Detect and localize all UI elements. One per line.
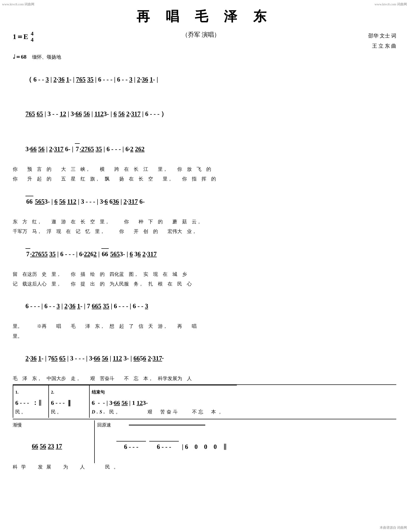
final-separator [13,419,396,419]
ending-2-bracket: 2. 6 - - - ‖ 民。 [48,385,89,418]
subtitle-row: 1＝E 4 4 （乔军 演唱） 邵华 文士 词 王 立 东 曲 [13,31,396,51]
intro-line2: 765 65 | 3 - - 12 | 3·66 56 | 1123- | 6 … [13,98,396,131]
song-title: 再 唱 毛 泽 东 [13,8,396,25]
ending-1-notes: 6 - - - ：‖ [15,398,45,408]
final-notes-2: 6 - - - 6 - - - | 6 0 0 0 ‖ [97,430,396,463]
ds-notes: 6 - - | 3·66 56 | 1 123- [92,398,234,408]
notes-line-intro1: （ 6 - - 3 | 2·36 1- | 765 35 | 6 - - - |… [13,63,396,96]
ending-1-label: 1. [15,390,19,395]
key-label: 1＝E [13,32,28,42]
section-b-line1: 6 - - - | 6 - - 3 | 2·36 1- | 7 665 35 |… [13,290,396,340]
section-a-line3: 7·27655 35 | 6 - - - | 6·2262 | 66 5653-… [13,238,396,288]
lyrics-b1-row2: 里。 [13,332,396,340]
jiaman-label: 渐慢 [13,420,94,430]
ending-1-lyrics: 民。 [15,408,45,416]
section-b-line2: 2·36 1- | 765 65 | 3 - - - | 3·66 56 | 1… [13,342,396,382]
watermark-top-left: www.ktvc8.com 词曲网 [2,2,34,7]
lyrics-a3-row2: 记 载这后人心 里， 你 提 出 的 为人民服 务， 扎 根 在 民 心 [13,280,396,288]
ending-2-label: 2. [51,390,54,395]
notes-b2: 2·36 1- | 765 65 | 3 - - - | 3·66 56 | 1… [13,342,396,375]
lyrics-a1-row1: 你 预 言 的 大 三 峡， 横 跨 在 长 江 里， 你 放 飞 的 [13,165,396,173]
endings-row: 1. 6 - - - ：‖ 民。 2. 6 - - - ‖ 民。 结束句 6 -… [13,385,396,418]
page: www.ktvc8.com 词曲网 www.ktvc8.com 词曲网 再 唱 … [0,0,409,481]
performer-label: （乔军 演唱） [34,31,368,39]
ds-label: 结束句 [92,390,105,395]
lyrics-a2-row2: 千军万 马， 浮 现 在 记 忆 里， 你 开 创 的 宏伟大 业， [13,228,396,235]
notes-a2: 66 5653- | 6 56 112 | 3 - - - | 3·6 636 … [13,185,396,218]
lyrics-a1-row2: 你 升 起 的 五 星 红 旗， 飘 扬 在 长 空 里， 你 指 挥 的 [13,175,396,183]
ending-2-lyrics: 民。 [51,408,86,416]
lyrics-a2-row1: 东 方 红， 遨 游 在 长 空 里， 你 种 下 的 蘑 菇 云， [13,218,396,226]
ending-2-notes: 6 - - - ‖ [51,398,86,408]
ds-lyrics: D.S. 民。 艰 苦奋斗 不忘 本， [92,408,234,416]
lyrics-a3-row1: 留 在这历 史 里， 你 描 绘 的 四化蓝 图， 实 现 在 城 乡 [13,270,396,278]
huiyuansu-label: 回原速 [97,420,111,430]
lyrics-b2-row1: 毛 泽 东， 中国大步 走， 艰 苦奋斗 不 忘 本， 科学发展为 人 [13,375,396,382]
ds-section: 结束句 6 - - | 3·66 56 | 1 123- D.S. 民。 艰 苦… [89,385,237,418]
intro-line1: （ 6 - - 3 | 2·36 1- | 765 35 | 6 - - - |… [13,63,396,96]
section-a-line2: 66 5653- | 6 56 112 | 3 - - - | 3·6 636 … [13,185,396,235]
music-content: （ 6 - - 3 | 2·36 1- | 765 35 | 6 - - - |… [13,63,396,471]
lyrics-b1-row1: 里。 ※再 唱 毛 泽 东， 想 起 了 信 天 游， 再 唱 [13,322,396,330]
time-signature: 4 4 [31,31,34,43]
tempo-row: ♩＝68 缅怀、颂扬地 [13,53,396,61]
notes-a3: 7·27655 35 | 6 - - - | 6·2262 | 66 5653-… [13,238,396,271]
final-row: 渐慢 66 56 23 17 回原速 6 - - - 6 - - - | 6 0… [13,420,396,471]
final-lyrics: 科学 发展 为 人 民。 [13,463,396,471]
ending-1-bracket: 1. 6 - - - ：‖ 民。 [13,385,48,418]
notes-a1: 3·66 56 | 2·317 6- | 7·2765 35 | 6 - - -… [13,132,396,165]
composer-info: 邵华 文士 词 王 立 东 曲 [368,31,396,51]
final-notes-1: 66 56 23 17 [13,430,94,463]
notes-line-intro2: 765 65 | 3 - - 12 | 3·66 56 | 1123- | 6 … [13,98,396,131]
watermark-bottom-right: 本曲谱源自 词曲网 [380,525,407,530]
section-a-line1: 3·66 56 | 2·317 6- | 7·2765 35 | 6 - - -… [13,132,396,183]
notes-b1: 6 - - - | 6 - - 3 | 2·36 1- | 7 665 35 |… [13,290,396,323]
watermark-top-right: www.ktvc8.com 词曲网 [375,2,407,7]
